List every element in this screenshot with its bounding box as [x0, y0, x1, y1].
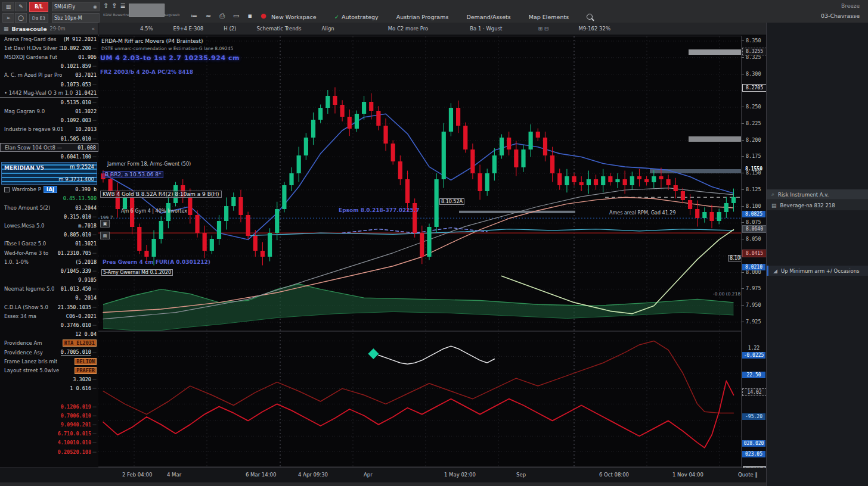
target-icon[interactable]: ◯ — [15, 13, 27, 23]
grid-toggle-icons[interactable]: ⊞ ⊟ — [538, 26, 548, 32]
toolbar2-cell-3[interactable]: Schematic Trends — [256, 26, 301, 32]
watch-row[interactable]: MSDXDJ Gardena Fut01.906 — [0, 52, 98, 61]
watch-row[interactable]: 0.5135.010— — [0, 98, 98, 107]
menu-item-label: New Workspace — [271, 14, 317, 20]
menu-item-new-workspace[interactable]: New Workspace — [271, 14, 317, 20]
printer-icon[interactable]: ⎙ — [219, 12, 225, 20]
checkbox-icon[interactable] — [4, 187, 10, 192]
toolbar2-cell-4[interactable]: Align — [321, 26, 334, 32]
watch-row[interactable] — [0, 393, 98, 402]
watch-row[interactable]: 0.45.13.500 — [0, 194, 98, 203]
toolbar2-cell-1[interactable]: E9+4 E-308 — [173, 26, 204, 32]
watch-row[interactable]: 1 0.616— — [0, 384, 98, 393]
pencil-icon[interactable]: ✎ — [15, 2, 27, 11]
watch-price-value: 31.0421 — [75, 90, 97, 96]
watch-row[interactable]: • 1442 Mag-Veal O 3 m 1.031.0421 — [0, 89, 98, 98]
toolbar2-cell-2[interactable]: H (2) — [224, 26, 236, 32]
bell-icon[interactable]: ● — [261, 12, 266, 20]
watch-row[interactable]: 0.805.010— — [0, 230, 98, 239]
watch-row[interactable]: C.D.LA (Show 5.021.350.1035— — [0, 303, 98, 311]
list-icon[interactable]: ≣ — [120, 2, 125, 10]
time-axis[interactable]: 2 Feb 04:004 Mar6 Mar 14:004 Apr 09:30Ap… — [0, 468, 766, 483]
watch-row[interactable]: Theo Amount 5(2)03.2044 — [0, 203, 98, 212]
watch-row[interactable]: Wed-for-Ame 3 to01.2310.705— — [0, 248, 98, 257]
watch-row[interactable]: 3.3020— — [0, 375, 98, 384]
watch-row[interactable]: 0.1206.019— — [0, 402, 98, 411]
price-axis[interactable]: 1.4 032.5 8.3508.3258.3008.2758.2508.225… — [741, 36, 767, 482]
layers-icon[interactable]: ≔ — [191, 12, 197, 20]
watch-row[interactable]: 1.0. 1-0%(5.2018 — [0, 257, 98, 266]
watch-price-value: 01.008 — [78, 145, 96, 151]
scale-combo[interactable]: Sbz 10px-M — [52, 13, 100, 23]
cursor-icon[interactable]: ➢ — [2, 13, 14, 23]
watch-row[interactable]: 0/1045.339— — [0, 266, 98, 275]
watch-row[interactable]: 0.315.010— — [0, 212, 98, 221]
watch-row[interactable]: 9.9105 — [0, 276, 98, 285]
sell-button[interactable]: B/L — [29, 2, 48, 12]
order-mode-button[interactable]: Da E3 — [29, 14, 48, 23]
watch-row[interactable]: A. C. m Azed Pl par Pro03.7021 — [0, 71, 98, 80]
watch-row[interactable]: 12 0.04 — [0, 330, 98, 339]
watch-row[interactable]: 0.1021.859— — [0, 62, 98, 71]
menu-bar: New Workspace✓AutostrategyAustrian Progr… — [271, 13, 593, 21]
watch-row[interactable]: 1st Davi H.Dvs Silver 3 m10.892.200— — [0, 43, 98, 52]
chart-canvas[interactable] — [98, 36, 741, 468]
right-panel-item-1[interactable]: ⌕Risk Instrument A.v. — [767, 189, 868, 200]
watch-row[interactable]: Lowes.Mesa 5.0m.7018 — [0, 221, 98, 230]
arrow-up-icon[interactable]: ⇧ — [103, 2, 108, 10]
chart-area[interactable]: ERDA-M Riff arc Movers (P4 Braintest)DST… — [98, 36, 741, 468]
menu-item-demand-assets[interactable]: Demand/Assets — [466, 14, 510, 20]
watch-row[interactable]: 0.20520.108— — [0, 447, 98, 456]
symbol-combo[interactable]: SM(4)Ely ◉ — [52, 2, 100, 11]
quick-search-input[interactable] — [129, 4, 165, 17]
right-panel-pinned-item[interactable]: ◢Up Minimum arm +/ Occasions — [767, 266, 868, 276]
watchlist-header[interactable]: ▦ Brasecoule 29-0m « — [0, 23, 98, 35]
menu-item-map-elements[interactable]: Map Elements — [529, 14, 569, 20]
watch-row[interactable]: ITase I Garaz 5.001.3021 — [0, 239, 98, 248]
watch-price-value: 0.390 b — [75, 186, 97, 192]
price-badge: -95.20 — [742, 413, 765, 420]
menu-item-autostrategy[interactable]: ✓Autostrategy — [334, 14, 379, 20]
watch-row[interactable]: Mag Gagran 9.001.3022 — [0, 107, 98, 116]
watch-row[interactable]: 0.6041.100— — [0, 152, 98, 161]
watch-symbol-label: Elan Scow 104 Oct8 — — [5, 145, 62, 151]
magnifier-icon[interactable] — [587, 14, 593, 20]
stop-icon[interactable]: ▪ — [247, 12, 252, 20]
watch-row[interactable]: 0.3746.010— — [0, 320, 98, 329]
watch-row[interactable]: Providence Asy0.7005.010— — [0, 348, 98, 357]
watch-row-selected-symbol[interactable]: MERIDIAN V5m 9.2524m 9.3731.400 — [1, 162, 97, 185]
watch-row[interactable]: 01.505.010— — [0, 134, 98, 143]
watch-row[interactable]: Elan Scow 104 Oct8 —01.008 — [0, 143, 98, 152]
time-axis-label: 4 Apr 09:30 — [298, 472, 328, 478]
watch-row[interactable]: Industrie b regave 9.0110.2013 — [0, 125, 98, 134]
arrow-up-bold-icon[interactable]: ⇪ — [111, 2, 117, 10]
watch-symbol-label: Wardrobe P — [12, 186, 41, 192]
collapse-icon[interactable]: « — [91, 26, 95, 32]
axis-tick-mark — [742, 189, 744, 190]
menu-item-austrian-programs[interactable]: Austrian Programs — [396, 14, 449, 20]
watchlist-title: Brasecoule — [12, 26, 47, 32]
watch-row[interactable]: 0.7006.010— — [0, 411, 98, 420]
watch-row[interactable]: 0.1092.003— — [0, 116, 98, 125]
time-axis-label: 2 Feb 04:00 — [122, 472, 152, 478]
equalizer-icon[interactable]: ≂ — [206, 12, 211, 20]
watch-row[interactable]: Neemat legume 5.001.013.450— — [0, 285, 98, 294]
watch-price-value: m.7018 — [78, 223, 97, 229]
watch-row[interactable]: Layout street 5.0wlvePRAFER — [0, 366, 98, 375]
chart-icon[interactable]: ▥ — [2, 2, 14, 11]
watch-row[interactable]: Frame Lanez bris mitBELION — [0, 357, 98, 366]
watch-row[interactable]: Arena Freq-Gard des(M 912.2021 — [0, 35, 98, 43]
watch-row[interactable]: 0.1073.053— — [0, 80, 98, 89]
toolbar2-cell-0[interactable]: 4.5% — [140, 26, 153, 32]
right-panel-item-2[interactable]: ▤Beverage-na 832 218 — [767, 200, 868, 210]
watch-row[interactable]: 6.710.0.015— — [0, 429, 98, 438]
watch-row[interactable]: 9.0940.201— — [0, 420, 98, 429]
watch-row[interactable]: Providence AmRTA EL2031 — [0, 339, 98, 348]
toolbar2-mid-label[interactable]: Mo C2 more Pro — [388, 26, 429, 32]
watch-row[interactable]: 4.10010.010— — [0, 438, 98, 447]
watch-row[interactable]: 0. 2014 — [0, 294, 98, 303]
toolbar2-mid2-label[interactable]: Ba 1 · Wgust — [470, 26, 502, 32]
watch-row[interactable]: Wardrobe PIAJ0.390 b — [0, 185, 98, 194]
watch-row[interactable]: Essex 34 maC06-0.2021 — [0, 311, 98, 320]
chat-icon[interactable]: ▭ — [233, 12, 239, 20]
